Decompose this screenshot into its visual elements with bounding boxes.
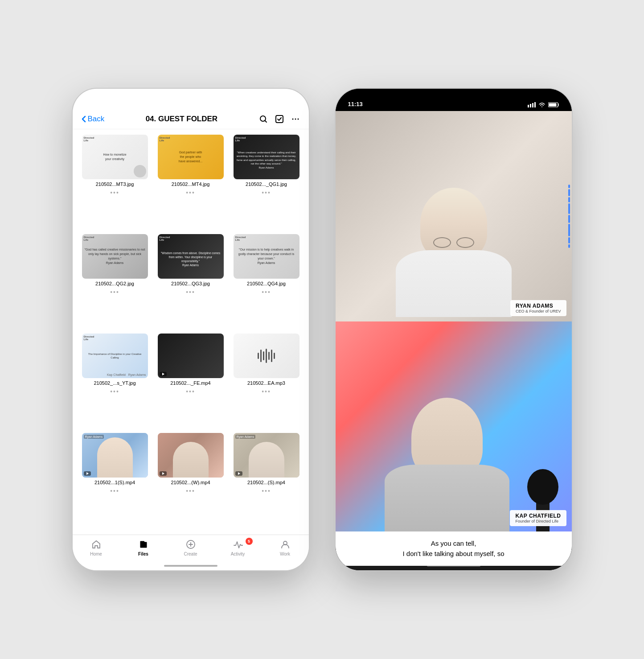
tab-activity[interactable]: 5 Activity [214, 539, 262, 556]
file-thumbnail: DirectedLife God partner withthe people … [158, 135, 224, 179]
list-item[interactable]: Ryan Adams 210502...(S).mp4 ••• [231, 433, 302, 527]
subtitle-area: As you can tell, I don't like talking ab… [336, 531, 572, 566]
file-thumbnail: DirectedLife "Wisdom comes from above. D… [158, 234, 224, 279]
file-options[interactable]: ••• [186, 288, 195, 296]
chevron-left-icon [82, 115, 86, 123]
status-time-right: 11:13 [348, 101, 363, 107]
tab-work-label: Work [280, 552, 290, 556]
file-name: 210502...QG2.jpg [95, 280, 134, 287]
file-name: 210502_...s_YT.jpg [94, 380, 135, 386]
file-options[interactable]: ••• [110, 288, 119, 296]
file-options[interactable]: ••• [110, 189, 119, 196]
video-player[interactable]: RYAN ADAMS CEO & Founder of UREV [336, 111, 572, 570]
file-thumbnail: DirectedLife How to monetizeyour creativ… [82, 135, 148, 179]
back-button[interactable]: Back [82, 115, 105, 124]
tab-activity-label: Activity [231, 552, 245, 556]
svg-marker-7 [162, 472, 164, 475]
tab-home-label: Home [90, 552, 102, 556]
checkmark-icon[interactable] [275, 115, 284, 124]
kap-chatfield-title: Founder of Directed Life [515, 519, 561, 523]
file-options[interactable]: ••• [262, 288, 271, 296]
tab-create-label: Create [184, 552, 197, 556]
list-item[interactable]: 210502...(W).mp4 ••• [156, 433, 226, 527]
file-thumbnail [158, 433, 224, 478]
file-options[interactable]: ••• [110, 487, 119, 494]
file-thumbnail: Ryan Adams [82, 433, 148, 478]
subtitle-text: As you can tell, I don't like talking ab… [346, 539, 561, 559]
file-name: 210502...QG4.jpg [247, 280, 286, 287]
activity-badge: 5 [246, 538, 253, 545]
svg-rect-14 [534, 102, 536, 107]
list-item[interactable]: DirectedLife "Our mission is to help cre… [231, 234, 302, 328]
file-name: 210502..._FE.mp4 [170, 380, 211, 386]
file-options[interactable]: ••• [186, 388, 195, 395]
back-label: Back [88, 115, 105, 124]
file-options[interactable]: ••• [110, 388, 119, 395]
tab-files[interactable]: Files [120, 539, 167, 556]
file-options[interactable]: ••• [186, 189, 195, 196]
create-icon [185, 539, 197, 550]
svg-point-2 [292, 119, 293, 120]
more-icon[interactable] [291, 115, 300, 124]
work-icon [279, 539, 291, 550]
left-phone: Back 04. GUEST FOLDER DirectedLife [73, 89, 309, 570]
home-bar-right [427, 565, 480, 567]
file-options[interactable]: ••• [262, 487, 271, 494]
wifi-icon [538, 102, 546, 107]
kap-chatfield-badge: KAP CHATFIELD Founder of Directed Life [510, 510, 566, 526]
list-item[interactable]: DirectedLife "Wisdom comes from above. D… [156, 234, 226, 328]
kap-chatfield-name: KAP CHATFIELD [515, 513, 561, 519]
svg-marker-5 [162, 373, 164, 375]
file-options[interactable]: ••• [262, 388, 271, 395]
search-icon[interactable] [259, 115, 268, 124]
list-item[interactable]: 210502...EA.mp3 ••• [231, 334, 302, 428]
list-item[interactable]: DirectedLife God partner withthe people … [156, 135, 226, 229]
ryan-adams-name: RYAN ADAMS [516, 303, 561, 309]
video-bottom: KAP CHATFIELD Founder of Directed Life [336, 321, 572, 532]
svg-rect-13 [532, 103, 533, 107]
list-item[interactable]: Ryan Adams 210502...1(S).mp4 ••• [80, 433, 150, 527]
list-item[interactable]: DirectedLife "God has called creative mi… [80, 234, 150, 328]
home-bar-left [164, 565, 217, 567]
list-item[interactable]: DirectedLife The Importance of Disciplin… [80, 334, 150, 428]
notch-left [162, 89, 220, 101]
video-top: RYAN ADAMS CEO & Founder of UREV [336, 111, 572, 321]
file-thumbnail: Ryan Adams [234, 433, 299, 478]
file-name: 210502...(S).mp4 [247, 479, 285, 486]
svg-marker-6 [86, 472, 89, 475]
list-item[interactable]: DirectedLife "When creatives understand … [231, 135, 302, 229]
tab-files-label: Files [138, 552, 148, 556]
svg-rect-12 [530, 104, 531, 107]
files-icon [138, 539, 149, 550]
folder-title: 04. GUEST FOLDER [104, 115, 258, 124]
notch-right [425, 89, 483, 101]
file-thumbnail [234, 334, 299, 378]
activity-icon [232, 539, 244, 550]
list-item[interactable]: DirectedLife How to monetizeyour creativ… [80, 135, 150, 229]
file-thumbnail: DirectedLife "God has called creative mi… [82, 234, 148, 279]
tab-create[interactable]: Create [167, 539, 214, 556]
signal-icon [528, 102, 536, 107]
svg-marker-8 [238, 472, 240, 475]
file-name: 210502...1(S).mp4 [94, 479, 135, 486]
tab-home[interactable]: Home [73, 539, 120, 556]
file-thumbnail: DirectedLife The Importance of Disciplin… [82, 334, 148, 378]
svg-rect-16 [549, 103, 556, 107]
tab-work[interactable]: Work [262, 539, 309, 556]
right-phone: 11:13 [336, 89, 572, 570]
file-options[interactable]: ••• [186, 487, 195, 494]
file-options[interactable]: ••• [262, 189, 271, 196]
split-video-area: RYAN ADAMS CEO & Founder of UREV [336, 111, 572, 531]
ryan-adams-badge: RYAN ADAMS CEO & Founder of UREV [510, 300, 566, 316]
file-name: 210502..._QG1.jpg [246, 181, 287, 187]
file-name: 210502...QG3.jpg [171, 280, 210, 287]
home-icon [90, 539, 102, 550]
file-name: 210502...(W).mp4 [171, 479, 210, 486]
header-icons [259, 115, 300, 124]
svg-point-3 [295, 119, 296, 120]
status-icons-right [528, 102, 559, 107]
file-name: 210502...MT4.jpg [172, 181, 210, 187]
file-grid: DirectedLife How to monetizeyour creativ… [73, 129, 309, 532]
file-name: 210502...EA.mp3 [247, 380, 285, 386]
list-item[interactable]: 210502..._FE.mp4 ••• [156, 334, 226, 428]
